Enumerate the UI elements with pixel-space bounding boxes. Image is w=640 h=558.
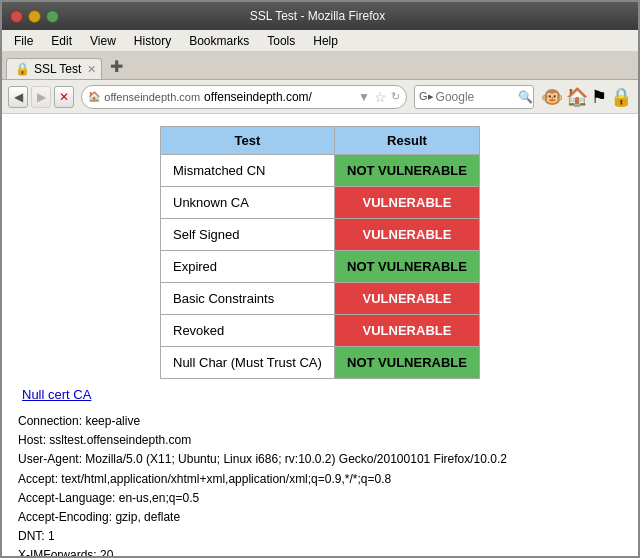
url-input[interactable] bbox=[204, 90, 354, 104]
url-reload-icon[interactable]: ↻ bbox=[391, 90, 400, 103]
result-cell: NOT VULNERABLE bbox=[334, 251, 479, 283]
info-line: Host: ssltest.offenseindepth.com bbox=[18, 431, 622, 450]
back-button[interactable]: ◀ bbox=[8, 86, 28, 108]
menu-file[interactable]: File bbox=[6, 32, 41, 50]
new-tab-button[interactable]: ✚ bbox=[102, 54, 131, 79]
col-test-header: Test bbox=[161, 127, 335, 155]
menu-edit[interactable]: Edit bbox=[43, 32, 80, 50]
tab-label: SSL Test bbox=[34, 62, 81, 76]
table-row: RevokedVULNERABLE bbox=[161, 315, 480, 347]
addon-icons: 🐵 🏠 ⚑ 🔒 bbox=[541, 86, 632, 108]
nav-bar: ◀ ▶ ✕ 🏠 offenseindepth.com ▼ ☆ ↻ G▸ 🔍 🐵 … bbox=[2, 80, 638, 114]
menu-bookmarks[interactable]: Bookmarks bbox=[181, 32, 257, 50]
url-favicon-icon: 🏠 bbox=[88, 91, 100, 102]
url-domain: offenseindepth.com bbox=[104, 91, 200, 103]
table-row: Self SignedVULNERABLE bbox=[161, 219, 480, 251]
result-cell: VULNERABLE bbox=[334, 283, 479, 315]
test-cell: Revoked bbox=[161, 315, 335, 347]
tab-bar: 🔒 SSL Test ✕ ✚ bbox=[2, 52, 638, 80]
test-cell: Basic Constraints bbox=[161, 283, 335, 315]
null-cert-link[interactable]: Null cert CA bbox=[22, 387, 626, 402]
test-cell: Mismatched CN bbox=[161, 155, 335, 187]
url-bar: 🏠 offenseindepth.com ▼ ☆ ↻ bbox=[81, 85, 407, 109]
info-line: Connection: keep-alive bbox=[18, 412, 622, 431]
browser-window: SSL Test - Mozilla Firefox File Edit Vie… bbox=[0, 0, 640, 558]
table-row: Unknown CAVULNERABLE bbox=[161, 187, 480, 219]
info-line: DNT: 1 bbox=[18, 527, 622, 546]
forward-button[interactable]: ▶ bbox=[31, 86, 51, 108]
addon-monkey-icon[interactable]: 🐵 bbox=[541, 86, 563, 108]
menu-bar: File Edit View History Bookmarks Tools H… bbox=[2, 30, 638, 52]
addon-lock-icon[interactable]: 🔒 bbox=[610, 86, 632, 108]
addon-flag-icon[interactable]: ⚑ bbox=[591, 86, 607, 108]
test-cell: Expired bbox=[161, 251, 335, 283]
info-line: Accept-Language: en-us,en;q=0.5 bbox=[18, 489, 622, 508]
window-title: SSL Test - Mozilla Firefox bbox=[5, 9, 630, 23]
content-area: Test Result Mismatched CNNOT VULNERABLEU… bbox=[2, 114, 638, 556]
info-line: Accept: text/html,application/xhtml+xml,… bbox=[18, 470, 622, 489]
info-line: X-IMForwards: 20 bbox=[18, 546, 622, 556]
test-cell: Self Signed bbox=[161, 219, 335, 251]
tab-favicon: 🔒 bbox=[15, 62, 30, 76]
addon-home-icon[interactable]: 🏠 bbox=[566, 86, 588, 108]
menu-view[interactable]: View bbox=[82, 32, 124, 50]
search-submit-icon[interactable]: 🔍 bbox=[518, 90, 533, 104]
search-bar: G▸ 🔍 bbox=[414, 85, 534, 109]
table-row: Basic ConstraintsVULNERABLE bbox=[161, 283, 480, 315]
table-row: Mismatched CNNOT VULNERABLE bbox=[161, 155, 480, 187]
result-cell: VULNERABLE bbox=[334, 315, 479, 347]
result-cell: VULNERABLE bbox=[334, 187, 479, 219]
col-result-header: Result bbox=[334, 127, 479, 155]
tab-close-icon[interactable]: ✕ bbox=[87, 63, 96, 76]
info-line: Accept-Encoding: gzip, deflate bbox=[18, 508, 622, 527]
ssl-results-table: Test Result Mismatched CNNOT VULNERABLEU… bbox=[160, 126, 480, 379]
tab-ssl-test[interactable]: 🔒 SSL Test ✕ bbox=[6, 58, 102, 79]
menu-help[interactable]: Help bbox=[305, 32, 346, 50]
title-bar: SSL Test - Mozilla Firefox bbox=[2, 2, 638, 30]
test-cell: Null Char (Must Trust CA) bbox=[161, 347, 335, 379]
search-input[interactable] bbox=[436, 90, 516, 104]
menu-history[interactable]: History bbox=[126, 32, 179, 50]
result-cell: VULNERABLE bbox=[334, 219, 479, 251]
request-info: Connection: keep-aliveHost: ssltest.offe… bbox=[18, 412, 622, 556]
stop-button[interactable]: ✕ bbox=[54, 86, 74, 108]
url-star-icon[interactable]: ☆ bbox=[374, 89, 387, 105]
info-line: User-Agent: Mozilla/5.0 (X11; Ubuntu; Li… bbox=[18, 450, 622, 469]
test-cell: Unknown CA bbox=[161, 187, 335, 219]
result-cell: NOT VULNERABLE bbox=[334, 155, 479, 187]
table-row: ExpiredNOT VULNERABLE bbox=[161, 251, 480, 283]
table-row: Null Char (Must Trust CA)NOT VULNERABLE bbox=[161, 347, 480, 379]
menu-tools[interactable]: Tools bbox=[259, 32, 303, 50]
url-dropdown-icon[interactable]: ▼ bbox=[358, 90, 370, 104]
search-engine-label: G▸ bbox=[419, 90, 434, 103]
result-cell: NOT VULNERABLE bbox=[334, 347, 479, 379]
